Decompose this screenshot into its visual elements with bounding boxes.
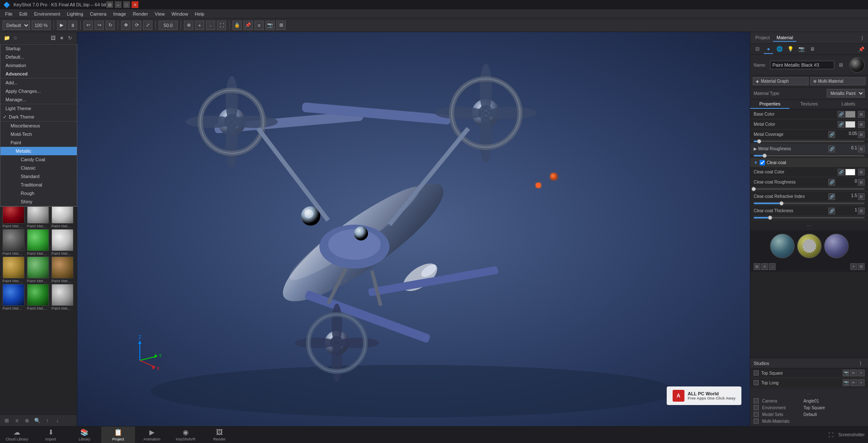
list-item[interactable]: Paint Metal... — [26, 257, 50, 283]
copy-icon[interactable]: ⊞ — [837, 61, 845, 69]
menu-advanced[interactable]: Advanced — [0, 70, 77, 78]
menu-add[interactable]: Add... — [0, 78, 77, 87]
menu-render[interactable]: Render — [130, 11, 151, 17]
menu-help[interactable]: Help — [192, 11, 208, 17]
rotate-button[interactable]: ⟳ — [132, 21, 141, 30]
env-checkbox[interactable] — [754, 405, 759, 410]
menu-lighting[interactable]: Lighting — [63, 11, 87, 17]
list-item[interactable]: Paint Metal... — [51, 284, 74, 311]
grid-view-icon[interactable]: ⊞ — [3, 416, 11, 425]
image-icon[interactable]: 🖼 — [49, 34, 57, 42]
link7-icon[interactable]: 🔗 — [828, 193, 835, 200]
tab-animation[interactable]: ▶ Animation — [135, 427, 169, 443]
studio-item[interactable]: Top Long 📷 ✏ + — [750, 378, 868, 388]
star-icon[interactable]: ☆ — [11, 34, 19, 42]
studio-checkbox[interactable] — [754, 370, 759, 375]
material-type-select[interactable]: Metallic Paint — [827, 89, 865, 97]
tab-project-icon[interactable]: ⊟ — [753, 45, 762, 54]
close-button[interactable]: ✕ — [132, 1, 138, 8]
texture3-icon[interactable]: ⊞ — [858, 131, 865, 138]
studios-expand-icon[interactable]: ⟩ — [856, 359, 865, 367]
metal-coverage-slider[interactable] — [750, 140, 868, 144]
tab-import[interactable]: ⬇ Import — [34, 427, 68, 443]
undo-button[interactable]: ↩ — [84, 21, 93, 30]
menu-manage[interactable]: Manage... — [0, 95, 77, 104]
menu-shiny[interactable]: Shiny — [0, 197, 77, 206]
zoom-in-button[interactable]: + — [195, 21, 204, 30]
multimaterials-checkbox[interactable] — [754, 419, 759, 424]
layers-button[interactable]: ≡ — [254, 21, 264, 30]
texture8-icon[interactable]: ⊞ — [858, 208, 865, 214]
base-color-swatch[interactable] — [845, 111, 855, 118]
list-item[interactable]: Paint Metal... — [26, 229, 50, 256]
plus2-icon[interactable]: + — [858, 379, 865, 386]
clearcoat-refractive-slider[interactable] — [750, 203, 868, 206]
redo-button[interactable]: ↪ — [95, 21, 104, 30]
tab-project[interactable]: Project — [752, 34, 773, 42]
menu-classic[interactable]: Classic — [0, 164, 77, 172]
list-item[interactable]: Paint Metal... — [2, 257, 25, 283]
menu-metallic[interactable]: Metallic — [0, 147, 77, 155]
list-item[interactable]: Paint Metal... — [2, 284, 25, 311]
preview-sphere-env1[interactable] — [770, 234, 795, 258]
plus-icon[interactable]: + — [858, 370, 865, 376]
menu-image[interactable]: Image — [110, 11, 130, 17]
camera3-icon[interactable]: 📷 — [843, 370, 849, 376]
material-name-input[interactable] — [770, 61, 834, 69]
tab-library[interactable]: 📚 Library — [68, 427, 101, 443]
menu-default[interactable]: Default... — [0, 53, 77, 61]
settings2-icon[interactable]: ⚙ — [858, 263, 865, 270]
modelsets-checkbox[interactable] — [754, 412, 759, 417]
link6-icon[interactable]: 🔗 — [828, 179, 835, 186]
zoom-out-button[interactable]: - — [206, 21, 215, 30]
clearcoat-thickness-slider[interactable] — [750, 217, 868, 220]
edit2-icon[interactable]: ✏ — [850, 379, 857, 386]
tab-textures[interactable]: Textures — [790, 100, 829, 109]
menu-startup[interactable]: Startup — [0, 44, 77, 53]
menu-animation[interactable]: Animation — [0, 61, 77, 70]
tab-material-ball-icon[interactable]: ● — [764, 45, 773, 54]
menu-file[interactable]: File — [2, 11, 16, 17]
viewport[interactable]: Y Z X A ALL PC World Free Apps One Click… — [77, 32, 750, 426]
menu-view[interactable]: View — [151, 11, 168, 17]
tab-monitor-icon[interactable]: 🖥 — [808, 45, 817, 54]
add2-icon[interactable]: + — [850, 263, 857, 270]
list-item[interactable]: Paint Metal... — [26, 284, 50, 311]
menu-traditional[interactable]: Traditional — [0, 181, 77, 189]
tab-keyshotvr[interactable]: ◉ KeyShotVR — [169, 427, 203, 443]
folder-icon[interactable]: 📁 — [3, 34, 11, 42]
menu-miscellaneous[interactable]: Miscellaneous — [0, 122, 77, 130]
grid-view2-icon[interactable]: ⊞ — [754, 263, 760, 270]
menu-window[interactable]: Window — [168, 11, 191, 17]
render-value-input[interactable] — [159, 21, 178, 30]
list-item[interactable]: Paint Metal... — [51, 229, 74, 256]
expand-icon[interactable]: ⟩ — [858, 34, 866, 42]
clearcoat-roughness-slider[interactable] — [750, 188, 868, 192]
texture6-icon[interactable]: ⊞ — [858, 179, 865, 186]
tab-camera-icon[interactable]: 📷 — [797, 45, 806, 54]
list-view2-icon[interactable]: ≡ — [761, 263, 768, 270]
menu-rough[interactable]: Rough — [0, 189, 77, 197]
texture2-icon[interactable]: ⊞ — [858, 121, 865, 128]
link5-icon[interactable]: 🔗 — [838, 169, 844, 176]
fullscreen-icon[interactable]: ⛶ — [827, 431, 835, 439]
link4-icon[interactable]: 🔗 — [828, 146, 835, 152]
tab-properties[interactable]: Properties — [750, 100, 790, 109]
move-button[interactable]: ✥ — [121, 21, 130, 30]
upload-icon[interactable]: ↑ — [43, 416, 51, 425]
filter-icon[interactable]: ⊛ — [23, 416, 31, 425]
maximize-button[interactable]: □ — [123, 1, 130, 8]
material-graph-button[interactable]: ◈ Material Graph — [753, 77, 809, 85]
menu-apply-changes[interactable]: Apply Changes... — [0, 87, 77, 95]
tab-render[interactable]: 🖼 Render — [203, 427, 236, 443]
multi-material-button[interactable]: ⊕ Multi-Material — [810, 77, 866, 85]
lock-button[interactable]: 🔒 — [233, 21, 242, 30]
preview-sphere-env3[interactable] — [824, 234, 849, 258]
menu-candy-coat[interactable]: Candy Coat — [0, 155, 77, 164]
play-button[interactable]: ▶ — [57, 21, 66, 30]
link3-icon[interactable]: 🔗 — [828, 131, 835, 138]
list-view-icon[interactable]: ≡ — [13, 416, 21, 425]
zoom-fit-button[interactable]: ⊕ — [184, 21, 193, 30]
minimize-button[interactable]: – — [115, 1, 122, 8]
refresh-button[interactable]: ↻ — [105, 21, 115, 30]
